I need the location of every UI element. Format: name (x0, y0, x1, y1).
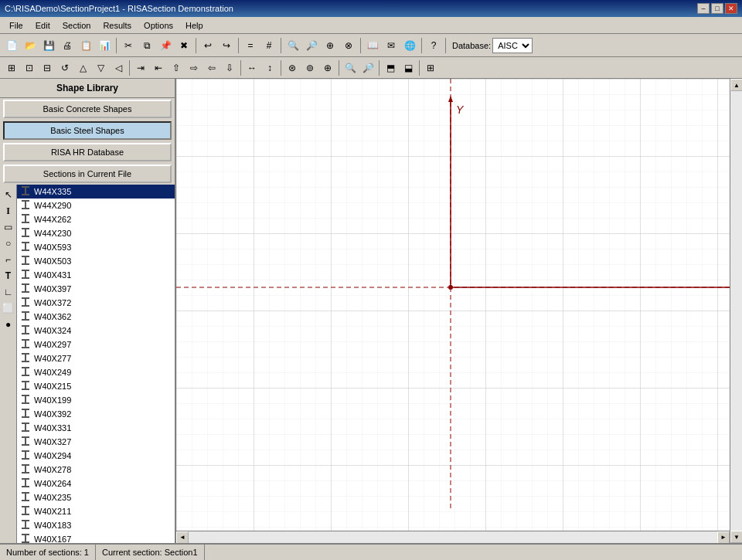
tb2-10[interactable]: ⇧ (168, 59, 185, 76)
shape-item[interactable]: W40X362 (17, 310, 175, 324)
tb2-20[interactable]: 🔎 (359, 59, 376, 76)
tb2-2[interactable]: ⊡ (21, 59, 38, 76)
shape-item[interactable]: W40X327 (17, 435, 175, 449)
menu-section[interactable]: Section (56, 19, 97, 32)
shape-item[interactable]: W40X503 (17, 254, 175, 268)
pipe-icon[interactable]: ⬜ (2, 301, 15, 315)
tb2-19[interactable]: 🔍 (342, 59, 359, 76)
basic-concrete-button[interactable]: Basic Concrete Shapes (3, 100, 172, 118)
pointer-icon[interactable]: ↖ (2, 188, 15, 202)
tb2-12[interactable]: ⇦ (203, 59, 220, 76)
tb2-3[interactable]: ⊟ (39, 59, 56, 76)
shape-item[interactable]: W40X294 (17, 449, 175, 463)
angle-icon[interactable]: ∟ (2, 285, 15, 299)
tb5[interactable]: 📋 (77, 37, 94, 54)
menu-edit[interactable]: Edit (29, 19, 56, 32)
menu-results[interactable]: Results (97, 19, 138, 32)
scroll-down-button[interactable]: ▼ (730, 531, 742, 543)
tb2-17[interactable]: ⊚ (301, 59, 318, 76)
scroll-up-button[interactable]: ▲ (730, 79, 742, 91)
tb2-21[interactable]: ⬒ (382, 59, 399, 76)
maximize-button[interactable]: □ (711, 3, 723, 14)
tb2-8[interactable]: ⇥ (132, 59, 149, 76)
close-button[interactable]: ✕ (725, 3, 737, 14)
shape-item[interactable]: W40X183 (17, 518, 175, 532)
delete-button[interactable]: ✖ (175, 37, 192, 54)
tb2-22[interactable]: ⬓ (400, 59, 417, 76)
circle-icon[interactable]: ○ (2, 236, 15, 250)
bottom-scrollbar[interactable]: ◄ ► (176, 531, 730, 543)
tb-equal[interactable]: = (242, 37, 259, 54)
shape-item[interactable]: W40X235 (17, 490, 175, 504)
shape-item[interactable]: W40X167 (17, 532, 175, 543)
tb2-9[interactable]: ⇤ (150, 59, 167, 76)
shape-item[interactable]: W40X277 (17, 351, 175, 365)
shape-item[interactable]: W40X278 (17, 463, 175, 477)
scroll-track-right[interactable] (730, 91, 742, 531)
tb-num[interactable]: # (260, 37, 277, 54)
shape-item[interactable]: W44X335 (17, 185, 175, 199)
shape-item[interactable]: W40X324 (17, 324, 175, 338)
shape-item[interactable]: W40X199 (17, 393, 175, 407)
shape-item[interactable]: W44X230 (17, 226, 175, 240)
shape-item[interactable]: W40X297 (17, 338, 175, 351)
current-file-button[interactable]: Sections in Current File (3, 165, 172, 183)
i-beam-icon[interactable]: I (2, 204, 15, 218)
shape-item[interactable]: W40X392 (17, 407, 175, 421)
shape-item[interactable]: W40X331 (17, 421, 175, 435)
paste-button[interactable]: 📌 (157, 37, 174, 54)
bracket-icon[interactable]: ⌐ (2, 253, 15, 266)
tb14[interactable]: ⊗ (340, 37, 357, 54)
tb12[interactable]: 🔎 (303, 37, 320, 54)
tb15[interactable]: 📖 (364, 37, 381, 54)
tb11[interactable]: 🔍 (284, 37, 301, 54)
circle2-icon[interactable]: ● (2, 317, 15, 331)
tb2-15[interactable]: ↕ (261, 59, 278, 76)
tb2-5[interactable]: △ (74, 59, 91, 76)
tb2-6[interactable]: ▽ (92, 59, 109, 76)
shape-item[interactable]: W44X290 (17, 199, 175, 212)
save-button[interactable]: 💾 (40, 37, 57, 54)
shape-item[interactable]: W40X593 (17, 240, 175, 254)
scroll-track-bottom[interactable] (189, 531, 717, 544)
shape-item[interactable]: W40X372 (17, 296, 175, 310)
cut-button[interactable]: ✂ (120, 37, 137, 54)
copy-button[interactable]: ⧉ (138, 37, 155, 54)
new-button[interactable]: 📄 (3, 37, 20, 54)
undo-button[interactable]: ↩ (199, 37, 216, 54)
menu-help[interactable]: Help (179, 19, 209, 32)
scroll-left-button[interactable]: ◄ (176, 531, 189, 544)
tb2-18[interactable]: ⊕ (319, 59, 336, 76)
shape-item[interactable]: W44X262 (17, 212, 175, 226)
tb6[interactable]: 📊 (96, 37, 113, 54)
risa-hr-button[interactable]: RISA HR Database (3, 143, 172, 161)
shape-list[interactable]: W44X335W44X290W44X262W44X230W40X593W40X5… (17, 185, 175, 543)
help-button[interactable]: ? (425, 37, 442, 54)
shape-item[interactable]: W40X215 (17, 379, 175, 393)
shape-item[interactable]: W40X264 (17, 477, 175, 490)
minimize-button[interactable]: – (697, 3, 710, 14)
tb2-23[interactable]: ⊞ (422, 59, 439, 76)
tb2-11[interactable]: ⇨ (186, 59, 203, 76)
tb16[interactable]: ✉ (383, 37, 400, 54)
tb2-16[interactable]: ⊛ (284, 59, 301, 76)
shape-item[interactable]: W40X431 (17, 268, 175, 282)
tb13[interactable]: ⊕ (322, 37, 339, 54)
tb2-13[interactable]: ⇩ (221, 59, 238, 76)
redo-button[interactable]: ↪ (218, 37, 235, 54)
tb2-14[interactable]: ↔ (243, 59, 260, 76)
open-button[interactable]: 📂 (22, 37, 39, 54)
canvas-area[interactable]: X Y ▲ ▼ ◄ ► (176, 79, 742, 543)
shape-item[interactable]: W40X249 (17, 365, 175, 379)
t-icon[interactable]: T (2, 269, 15, 283)
basic-steel-button[interactable]: Basic Steel Shapes (3, 121, 172, 140)
menu-file[interactable]: File (3, 19, 29, 32)
database-select[interactable]: AISC (492, 38, 533, 53)
print-button[interactable]: 🖨 (59, 37, 76, 54)
tb2-4[interactable]: ↺ (56, 59, 73, 76)
menu-options[interactable]: Options (138, 19, 179, 32)
scroll-right-button[interactable]: ► (717, 531, 730, 544)
rect-icon[interactable]: ▭ (2, 220, 15, 234)
tb17[interactable]: 🌐 (401, 37, 418, 54)
tb2-1[interactable]: ⊞ (3, 59, 20, 76)
